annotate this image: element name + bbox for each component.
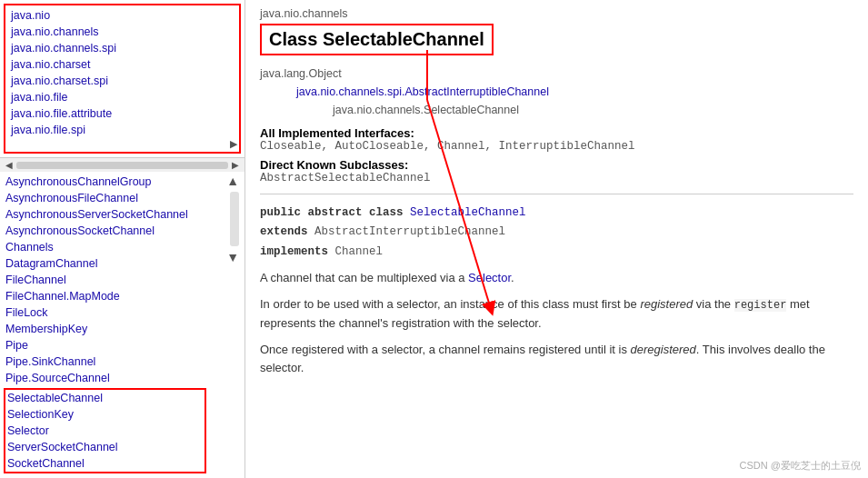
implemented-interfaces-section: All Implemented Interfaces: Closeable, A… (260, 126, 853, 153)
scroll-thumb[interactable] (16, 162, 228, 169)
class-item[interactable]: Pipe (4, 337, 206, 354)
scroll-left-arrow[interactable]: ◀ (4, 160, 15, 170)
hierarchy-level1: java.nio.channels.spi.AbstractInterrupti… (260, 83, 853, 101)
scroll-down-arrow[interactable]: ▼ (226, 250, 243, 264)
main-content: java.nio.channels Class SelectableChanne… (245, 0, 868, 478)
class-item[interactable]: FileChannel.MapMode (4, 288, 206, 304)
known-subclasses-section: Direct Known Subclasses: AbstractSelecta… (260, 158, 853, 184)
highlighted-class-group: SelectableChannel SelectionKey Selector … (4, 388, 206, 473)
class-item-selectable-channel[interactable]: SelectableChannel (5, 390, 205, 406)
selector-link[interactable]: Selector (468, 271, 511, 284)
package-item[interactable]: java.nio.charset (9, 56, 235, 73)
description-1: A channel that can be multiplexed via a … (260, 269, 853, 288)
class-item[interactable]: DatagramChannel (4, 255, 206, 272)
class-item[interactable]: MembershipKey (4, 321, 206, 337)
description-2: In order to be used with a selector, an … (260, 295, 853, 334)
watermark: CSDN @爱吃芝士的土豆倪 (740, 459, 861, 473)
class-item[interactable]: Pipe.SinkChannel (4, 354, 206, 370)
sidebar: java.nio java.nio.channels java.nio.chan… (0, 0, 245, 478)
package-item[interactable]: java.nio.file.attribute (9, 105, 235, 122)
hierarchy-root: java.lang.Object (260, 65, 853, 83)
class-item-socket-channel[interactable]: SocketChannel (5, 455, 205, 472)
class-item[interactable]: FileLock (4, 304, 206, 321)
description-3: Once registered with a selector, a chann… (260, 341, 853, 379)
class-item[interactable]: AsynchronousFileChannel (4, 190, 206, 206)
package-item[interactable]: java.nio (9, 7, 235, 24)
package-item[interactable]: java.nio.file.spi (9, 122, 235, 138)
package-item[interactable]: java.nio.charset.spi (9, 73, 235, 89)
package-list-box: java.nio java.nio.channels java.nio.chan… (4, 4, 241, 154)
class-title: Class SelectableChannel (269, 29, 484, 49)
implemented-label: All Implemented Interfaces: (260, 126, 414, 140)
scroll-right-arrow[interactable]: ▶ (230, 160, 241, 170)
package-breadcrumb: java.nio.channels (260, 7, 853, 20)
package-list: java.nio java.nio.channels java.nio.chan… (5, 5, 239, 140)
class-list: AsynchronousChannelGroup AsynchronousFil… (4, 174, 221, 473)
package-item[interactable]: java.nio.channels.spi (9, 40, 235, 56)
class-item[interactable]: AsynchronousSocketChannel (4, 223, 206, 239)
package-item[interactable]: java.nio.channels (9, 24, 235, 40)
class-item[interactable]: AsynchronousServerSocketChannel (4, 206, 206, 223)
class-item[interactable]: FileChannel (4, 272, 206, 288)
known-subclasses-content: AbstractSelectableChannel (260, 172, 853, 184)
class-item[interactable]: Pipe.SourceChannel (4, 370, 206, 386)
known-subclasses-label: Direct Known Subclasses: (260, 158, 408, 172)
class-item[interactable]: AsynchronousChannelGroup (4, 174, 206, 190)
class-item-server-socket-channel[interactable]: ServerSocketChannel (5, 439, 205, 455)
horizontal-scrollbar[interactable]: ◀ ▶ (0, 157, 244, 172)
hierarchy-level2: java.nio.channels.SelectableChannel (260, 101, 853, 119)
class-item-selector[interactable]: Selector (5, 423, 205, 439)
package-item[interactable]: java.nio.file (9, 89, 235, 105)
class-list-container: AsynchronousChannelGroup AsynchronousFil… (0, 172, 224, 477)
class-title-box: Class SelectableChannel (260, 24, 494, 55)
class-item[interactable]: Channels (4, 239, 206, 255)
class-hierarchy: java.lang.Object java.nio.channels.spi.A… (260, 65, 853, 119)
class-item-selection-key[interactable]: SelectionKey (5, 406, 205, 423)
hierarchy-level1-link[interactable]: java.nio.channels.spi.AbstractInterrupti… (296, 85, 549, 98)
implemented-content: Closeable, AutoCloseable, Channel, Inter… (260, 140, 853, 153)
divider (260, 194, 853, 194)
scroll-up-arrow[interactable]: ▲ (226, 174, 243, 188)
scroll-right-indicator[interactable]: ▶ (230, 138, 237, 150)
class-declaration: public abstract class SelectableChannel … (260, 204, 853, 262)
